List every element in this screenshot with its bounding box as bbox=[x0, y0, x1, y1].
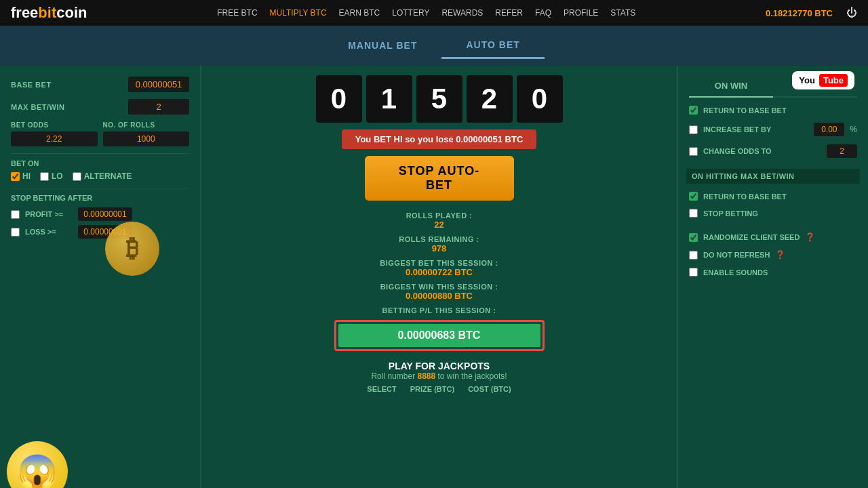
cost-label: COST (BTC) bbox=[468, 385, 511, 393]
prize-label: PRIZE (BTC) bbox=[410, 385, 454, 393]
increase-bet-checkbox[interactable] bbox=[689, 125, 698, 134]
nav-refer[interactable]: REFER bbox=[495, 8, 523, 18]
enable-sounds-checkbox[interactable] bbox=[689, 268, 698, 277]
no-refresh-checkbox[interactable] bbox=[689, 251, 698, 260]
return-base-label: RETURN TO BASE BET bbox=[703, 106, 857, 115]
rolls-remaining-label: ROLLS REMAINING : bbox=[399, 235, 479, 243]
bet-odds-value[interactable]: 2.22 bbox=[11, 131, 98, 146]
dice-digit-3: 2 bbox=[467, 75, 513, 123]
biggest-win-row: BIGGEST WIN THIS SESSION : 0.00000880 BT… bbox=[380, 283, 498, 301]
stop-betting-row: STOP BETTING bbox=[689, 209, 857, 218]
stop-auto-bet-button[interactable]: STOP AUTO-BET bbox=[365, 156, 514, 201]
base-bet-label: BASE BET bbox=[11, 81, 52, 89]
nav-stats[interactable]: STATS bbox=[610, 8, 635, 18]
profit-checkbox[interactable] bbox=[11, 210, 20, 219]
tab-auto-bet[interactable]: AUTO BET bbox=[441, 33, 544, 59]
no-refresh-label: DO NOT REFRESH bbox=[703, 251, 770, 259]
youtube-badge[interactable]: You Tube bbox=[792, 71, 854, 89]
loss-row: LOSS >= 0.00000001 bbox=[11, 225, 189, 239]
top-nav: freebitcoin FREE BTC MULTIPLY BTC EARN B… bbox=[0, 0, 868, 26]
profit-value[interactable]: 0.00000001 bbox=[78, 207, 132, 221]
bet-hi-option[interactable]: HI bbox=[11, 171, 31, 181]
randomize-help-icon[interactable]: ❓ bbox=[805, 232, 815, 242]
no-rolls-value[interactable]: 1000 bbox=[103, 131, 190, 146]
rolls-remaining-value: 978 bbox=[432, 243, 447, 253]
bet-hi-checkbox[interactable] bbox=[11, 172, 20, 181]
nav-multiply-btc[interactable]: MULTIPLY BTC bbox=[270, 8, 327, 18]
right-panel: ON WIN ON LOSE RETURN TO BASE BET INCREA… bbox=[678, 66, 868, 488]
max-bet-row: MAX BET/WIN 2 bbox=[11, 99, 189, 115]
rolls-played-value: 22 bbox=[434, 220, 443, 230]
pl-value: 0.00000683 BTC bbox=[338, 324, 540, 347]
change-odds-row: CHANGE ODDS TO 2 bbox=[689, 144, 857, 158]
nav-links: FREE BTC MULTIPLY BTC EARN BTC LOTTERY R… bbox=[217, 8, 635, 18]
randomize-checkbox[interactable] bbox=[689, 233, 698, 242]
profit-label: PROFIT >= bbox=[25, 210, 73, 218]
bet-lo-option[interactable]: LO bbox=[40, 171, 63, 181]
bet-alternate-option[interactable]: ALTERNATE bbox=[73, 171, 132, 181]
return-base2-checkbox[interactable] bbox=[689, 192, 698, 201]
pl-box-wrapper: 0.00000683 BTC bbox=[334, 320, 545, 351]
bet-odds-label: BET ODDS bbox=[11, 121, 98, 129]
nav-free-btc[interactable]: FREE BTC bbox=[217, 8, 257, 18]
stop-betting-label: STOP BETTING AFTER bbox=[11, 194, 189, 202]
no-refresh-row: DO NOT REFRESH ❓ bbox=[689, 250, 857, 260]
bet-alternate-checkbox[interactable] bbox=[73, 172, 81, 181]
bet-on-section: BET ON HI LO ALTERNATE bbox=[11, 153, 189, 181]
randomize-row: RANDOMIZE CLIENT SEED ❓ bbox=[689, 232, 857, 242]
profit-row: PROFIT >= 0.00000001 bbox=[11, 207, 189, 221]
return-base2-label: RETURN TO BASE BET bbox=[703, 192, 857, 201]
site-logo[interactable]: freebitcoin bbox=[11, 4, 87, 22]
max-bet-value[interactable]: 2 bbox=[128, 99, 189, 115]
status-message: You BET HI so you lose 0.00000051 BTC bbox=[342, 129, 537, 149]
return-base-checkbox[interactable] bbox=[689, 106, 698, 115]
nav-rewards[interactable]: REWARDS bbox=[441, 8, 483, 18]
stop-section: STOP BETTING AFTER PROFIT >= 0.00000001 … bbox=[11, 188, 189, 243]
no-rolls-label: NO. OF ROLLS bbox=[103, 121, 190, 129]
nav-earn-btc[interactable]: EARN BTC bbox=[339, 8, 380, 18]
jackpot-title: PLAY FOR JACKPOTS bbox=[367, 361, 511, 371]
biggest-win-value: 0.00000880 BTC bbox=[406, 291, 473, 301]
return-base-row: RETURN TO BASE BET bbox=[689, 106, 857, 115]
max-bet-label: MAX BET/WIN bbox=[11, 103, 64, 111]
youtube-you-text: You bbox=[799, 75, 815, 85]
main-content: You Tube ₿ BASE BET 0.00000051 MAX BET/W… bbox=[0, 66, 868, 488]
loss-label: LOSS >= bbox=[25, 228, 73, 236]
change-odds-checkbox[interactable] bbox=[689, 147, 698, 156]
biggest-bet-row: BIGGEST BET THIS SESSION : 0.00000722 BT… bbox=[380, 259, 498, 277]
increase-bet-value[interactable]: 0.00 bbox=[814, 123, 844, 136]
stats-section: ROLLS PLAYED : 22 ROLLS REMAINING : 978 … bbox=[208, 211, 670, 393]
dice-digit-2: 5 bbox=[416, 75, 462, 123]
jackpot-sub: Roll number 8888 to win the jackpots! bbox=[367, 371, 511, 381]
return-base2-row: RETURN TO BASE BET bbox=[689, 192, 857, 201]
tab-on-win[interactable]: ON WIN bbox=[689, 75, 773, 98]
betting-pl-label: BETTING P/L THIS SESSION : bbox=[382, 306, 496, 314]
odds-rolls-row: BET ODDS 2.22 NO. OF ROLLS 1000 bbox=[11, 121, 189, 146]
no-rolls-block: NO. OF ROLLS 1000 bbox=[103, 121, 190, 146]
nav-lottery[interactable]: LOTTERY bbox=[392, 8, 429, 18]
jackpot-section: PLAY FOR JACKPOTS Roll number 8888 to wi… bbox=[367, 361, 511, 393]
bet-lo-checkbox[interactable] bbox=[40, 172, 49, 181]
biggest-bet-value: 0.00000722 BTC bbox=[406, 267, 473, 277]
bet-on-label: BET ON bbox=[11, 159, 189, 167]
biggest-bet-label: BIGGEST BET THIS SESSION : bbox=[380, 259, 498, 267]
no-refresh-help-icon[interactable]: ❓ bbox=[775, 250, 785, 260]
dice-digit-1: 1 bbox=[366, 75, 412, 123]
nav-faq[interactable]: FAQ bbox=[535, 8, 551, 18]
emoji-circle: 😱 bbox=[7, 441, 68, 488]
tab-manual-bet[interactable]: MANUAL BET bbox=[323, 33, 441, 59]
change-odds-value[interactable]: 2 bbox=[827, 144, 857, 158]
loss-checkbox[interactable] bbox=[11, 228, 20, 237]
biggest-win-label: BIGGEST WIN THIS SESSION : bbox=[380, 283, 498, 291]
increase-bet-label: INCREASE BET BY bbox=[703, 125, 808, 134]
nav-profile[interactable]: PROFILE bbox=[564, 8, 598, 18]
power-icon[interactable]: ⏻ bbox=[846, 7, 857, 19]
stop-betting-checkbox[interactable] bbox=[689, 209, 698, 218]
enable-sounds-row: ENABLE SOUNDS bbox=[689, 268, 857, 277]
bet-on-options: HI LO ALTERNATE bbox=[11, 171, 189, 181]
bet-tabs: MANUAL BET AUTO BET bbox=[0, 26, 868, 66]
increase-bet-unit: % bbox=[850, 125, 857, 134]
on-hitting-label: ON HITTING MAX BET/WIN bbox=[686, 169, 860, 184]
base-bet-value[interactable]: 0.00000051 bbox=[128, 77, 189, 92]
left-panel: BASE BET 0.00000051 MAX BET/WIN 2 BET OD… bbox=[0, 66, 200, 488]
